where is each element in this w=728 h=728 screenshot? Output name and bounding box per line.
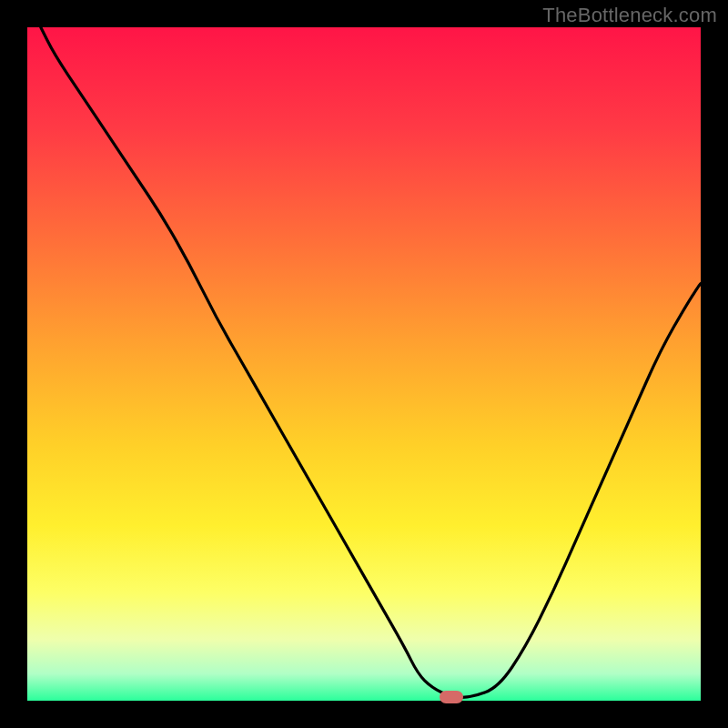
plot-area <box>27 27 701 701</box>
bottleneck-curve <box>27 27 701 701</box>
chart-container: TheBottleneck.com <box>0 0 728 728</box>
watermark-text: TheBottleneck.com <box>542 4 717 27</box>
optimum-marker <box>440 691 463 703</box>
